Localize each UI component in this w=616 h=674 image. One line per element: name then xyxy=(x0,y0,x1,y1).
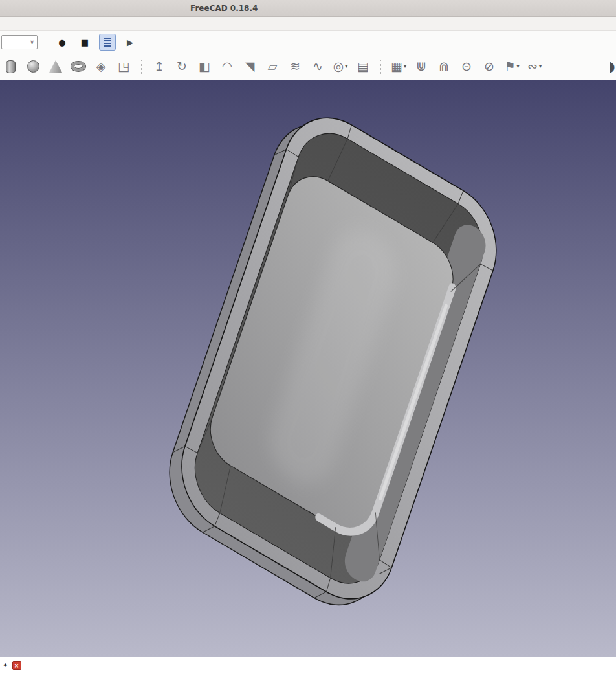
toolbar-separator xyxy=(141,60,142,74)
mirror-icon: ◧ xyxy=(199,60,210,73)
thickness-button[interactable]: ▤ xyxy=(355,57,371,76)
sphere-icon xyxy=(27,60,39,73)
mirror-button[interactable]: ◧ xyxy=(196,57,213,76)
clipped-edge-button[interactable]: ◗ xyxy=(610,57,616,76)
combobox-arrow-icon[interactable]: ∨ xyxy=(27,36,37,49)
section-button[interactable]: ⊘ xyxy=(481,57,498,76)
dropdown-arrow-icon[interactable]: ▾ xyxy=(345,63,347,69)
revolve-icon: ↻ xyxy=(177,60,187,73)
thickness-model xyxy=(155,92,511,631)
cylinder-button[interactable] xyxy=(2,57,19,76)
macro-toolbar: ∨ ●■▶ xyxy=(0,31,616,53)
3d-viewport[interactable] xyxy=(0,80,616,657)
loft-icon: ≋ xyxy=(290,60,300,73)
dropdown-arrow-icon[interactable]: ▾ xyxy=(404,63,406,69)
ruled-surface-icon: ▱ xyxy=(268,60,278,73)
boolean-common-button[interactable]: ⋒ xyxy=(435,57,452,76)
cone-button[interactable] xyxy=(47,57,64,76)
cross-sections-icon: ⚑ xyxy=(504,60,515,73)
macro-lines-icon xyxy=(104,38,111,47)
revolve-button[interactable]: ↻ xyxy=(173,57,190,76)
boolean-cut-icon: ⊝ xyxy=(461,60,472,73)
primitives-button[interactable]: ◈ xyxy=(93,57,109,76)
compound-button[interactable]: ▦▾ xyxy=(390,57,407,76)
join-icon: ∾ xyxy=(527,60,538,73)
close-icon[interactable]: × xyxy=(12,661,21,670)
toolbar-separator xyxy=(380,60,381,74)
toolbar-separator xyxy=(41,35,41,49)
part-toolbar: ◈◳↥↻◧◠◥▱≋∿◎▾▤▦▾⋓⋒⊝⊘⚑▾∾▾◗ xyxy=(0,53,616,80)
boolean-common-icon: ⋒ xyxy=(439,60,449,73)
cone-icon xyxy=(49,60,62,73)
dropdown-arrow-icon[interactable]: ▾ xyxy=(517,63,520,69)
combobox-value xyxy=(2,36,27,49)
macro-dialog-button[interactable] xyxy=(99,34,116,51)
chamfer-button[interactable]: ◥ xyxy=(241,57,258,76)
macro-play-button[interactable]: ▶ xyxy=(122,34,138,51)
fillet-icon: ◠ xyxy=(222,60,233,73)
fillet-button[interactable]: ◠ xyxy=(219,57,236,76)
boolean-union-button[interactable]: ⋓ xyxy=(413,57,430,76)
dropdown-arrow-icon[interactable]: ▾ xyxy=(539,63,542,69)
macro-stop-button[interactable]: ■ xyxy=(76,34,93,51)
macro-combobox[interactable]: ∨ xyxy=(1,35,38,49)
sweep-button[interactable]: ∿ xyxy=(309,57,326,76)
sweep-icon: ∿ xyxy=(313,60,323,73)
loft-button[interactable]: ≋ xyxy=(287,57,303,76)
bottom-bar: * × xyxy=(0,657,616,674)
boolean-union-icon: ⋓ xyxy=(416,60,426,73)
chamfer-icon: ◥ xyxy=(245,60,255,73)
macro-toolbar-buttons: ●■▶ xyxy=(45,34,138,51)
torus-button[interactable] xyxy=(70,57,87,76)
sphere-button[interactable] xyxy=(25,57,41,76)
macro-record-button[interactable]: ● xyxy=(54,34,71,51)
primitives-icon: ◈ xyxy=(96,60,106,73)
offset-icon: ◎ xyxy=(333,60,344,73)
record-icon: ● xyxy=(58,38,65,47)
thickness-icon: ▤ xyxy=(357,60,369,73)
part-toolbar-items: ◈◳↥↻◧◠◥▱≋∿◎▾▤▦▾⋓⋒⊝⊘⚑▾∾▾◗ xyxy=(2,57,616,76)
section-icon: ⊘ xyxy=(484,60,494,73)
play-icon: ▶ xyxy=(127,38,133,47)
stop-icon: ■ xyxy=(81,38,89,47)
compound-icon: ▦ xyxy=(391,60,402,73)
3d-scene xyxy=(0,80,616,657)
menu-bar-empty xyxy=(0,17,616,31)
shape-builder-button[interactable]: ◳ xyxy=(115,57,132,76)
ruled-surface-button[interactable]: ▱ xyxy=(264,57,281,76)
join-button[interactable]: ∾▾ xyxy=(526,57,543,76)
cylinder-icon xyxy=(6,60,16,73)
torus-icon xyxy=(71,62,85,71)
shape-builder-icon: ◳ xyxy=(118,60,129,73)
titlebar: FreeCAD 0.18.4 xyxy=(0,0,616,17)
cross-sections-button[interactable]: ⚑▾ xyxy=(503,57,520,76)
clipped-edge-icon: ◗ xyxy=(610,60,615,74)
window-title: FreeCAD 0.18.4 xyxy=(0,4,258,13)
extrude-icon: ↥ xyxy=(154,60,164,73)
unsaved-indicator: * xyxy=(3,661,8,671)
boolean-cut-button[interactable]: ⊝ xyxy=(458,57,475,76)
extrude-button[interactable]: ↥ xyxy=(151,57,168,76)
offset-button[interactable]: ◎▾ xyxy=(332,57,349,76)
